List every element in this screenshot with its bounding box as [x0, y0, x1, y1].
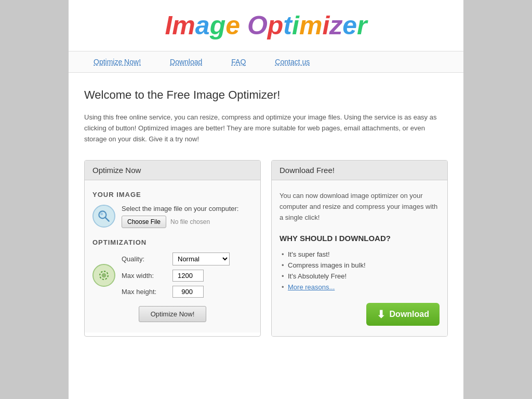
- optimize-panel-header: Optimize Now: [85, 161, 260, 180]
- nav-optimize-now[interactable]: Optimize Now!: [79, 51, 155, 72]
- why-reasons-list: It's super fast! Compress images in bulk…: [280, 249, 440, 292]
- logo-char: t: [283, 11, 292, 40]
- download-panel-body: You can now download image optimizer on …: [272, 180, 447, 336]
- welcome-text: Using this free online service, you can …: [84, 112, 448, 144]
- download-panel-header: Download Free!: [272, 161, 447, 180]
- quality-row: Quality: Low Normal High Very High: [122, 252, 230, 265]
- logo-char: O: [247, 11, 268, 40]
- optimize-panel: Optimize Now YOUR IMAGE: [84, 160, 261, 336]
- reason-item-2: Compress images in bulk!: [280, 260, 440, 271]
- navbar: Optimize Now! Download FAQ Contact us: [69, 51, 463, 73]
- choose-file-button[interactable]: Choose File: [122, 216, 166, 228]
- nav-faq[interactable]: FAQ: [217, 51, 260, 72]
- optimize-panel-body: YOUR IMAGE Select the image file on your: [85, 180, 260, 332]
- image-controls: Select the image file on your computer: …: [122, 205, 238, 228]
- download-arrow-icon: ⬇: [377, 308, 385, 321]
- logo-char: i: [322, 11, 329, 40]
- max-width-input[interactable]: [172, 270, 204, 282]
- file-input-wrapper: Choose File No file chosen: [122, 216, 238, 228]
- header: Image Optimizer: [69, 0, 463, 51]
- logo-char: m: [299, 11, 322, 40]
- max-height-label: Max height:: [122, 288, 168, 296]
- nav-contact-us[interactable]: Contact us: [260, 51, 324, 72]
- reason-item-3: It's Absolutely Free!: [280, 271, 440, 282]
- logo-char: g: [210, 11, 226, 40]
- logo-char: I: [165, 11, 172, 40]
- logo-char: r: [357, 11, 367, 40]
- svg-point-2: [100, 212, 103, 215]
- optimization-fields: Quality: Low Normal High Very High Max w…: [122, 252, 230, 298]
- logo-char: z: [329, 11, 342, 40]
- max-width-label: Max width:: [122, 272, 168, 280]
- optimize-now-button[interactable]: Optimize Now!: [139, 306, 207, 322]
- quality-label: Quality:: [122, 255, 168, 263]
- download-btn-label: Download: [390, 310, 429, 319]
- app-container: Image Optimizer Optimize Now! Download F…: [69, 0, 463, 399]
- quality-select[interactable]: Low Normal High Very High: [172, 252, 230, 265]
- optimization-icon: [92, 264, 115, 287]
- logo: Image Optimizer: [79, 10, 453, 41]
- select-image-label: Select the image file on your computer:: [122, 205, 238, 212]
- max-height-input[interactable]: [172, 286, 204, 298]
- welcome-title: Welcome to the Free Image Optimizer!: [84, 88, 448, 102]
- logo-char: m: [172, 11, 195, 40]
- logo-char: p: [268, 11, 284, 40]
- svg-line-1: [105, 218, 109, 221]
- download-panel: Download Free! You can now download imag…: [271, 160, 448, 336]
- download-intro-text: You can now download image optimizer on …: [280, 191, 440, 223]
- your-image-title: YOUR IMAGE: [92, 191, 252, 198]
- no-file-text: No file chosen: [170, 218, 210, 225]
- logo-char: e: [225, 11, 240, 40]
- logo-char: a: [195, 11, 210, 40]
- logo-char: e: [342, 11, 357, 40]
- svg-point-3: [102, 273, 107, 278]
- search-image-icon: [92, 205, 115, 228]
- reason-more[interactable]: More reasons...: [280, 282, 440, 292]
- why-download-title: WHY SHOULD I DOWNLOAD?: [280, 234, 440, 243]
- download-btn-wrapper: ⬇ Download: [280, 303, 440, 326]
- download-button[interactable]: ⬇ Download: [366, 303, 440, 326]
- max-width-row: Max width:: [122, 270, 230, 282]
- nav-download[interactable]: Download: [155, 51, 217, 72]
- columns: Optimize Now YOUR IMAGE: [84, 160, 448, 336]
- optimization-title: OPTIMIZATION: [92, 238, 252, 246]
- max-height-row: Max height:: [122, 286, 230, 298]
- reason-item-1: It's super fast!: [280, 249, 440, 260]
- logo-char: i: [292, 11, 299, 40]
- more-reasons-link[interactable]: More reasons...: [288, 283, 335, 291]
- optimization-row: Quality: Low Normal High Very High Max w…: [92, 252, 252, 298]
- image-row: Select the image file on your computer: …: [92, 205, 252, 228]
- main-content: Welcome to the Free Image Optimizer! Usi…: [69, 73, 463, 352]
